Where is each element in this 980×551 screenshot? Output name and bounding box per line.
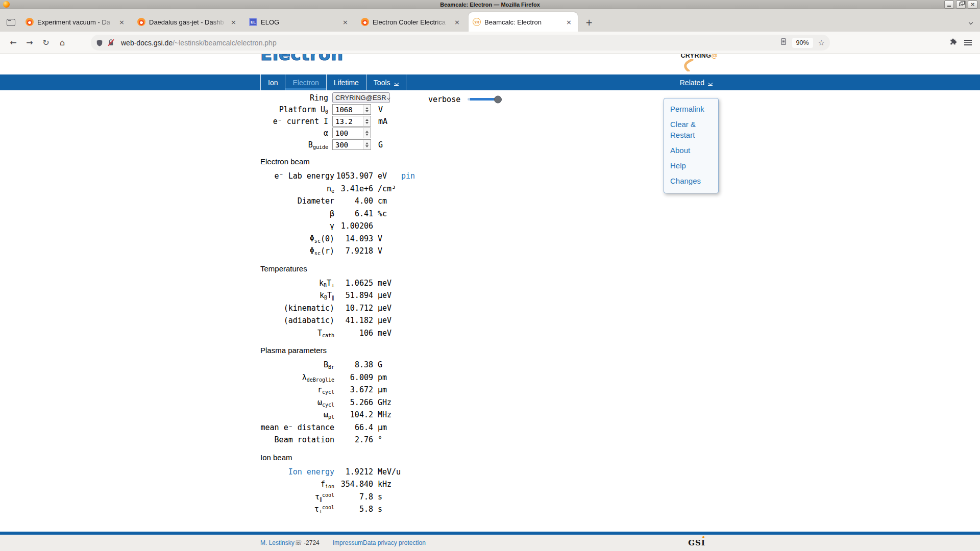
gsi-logo[interactable]: GSI [688, 538, 705, 547]
number-input[interactable] [332, 128, 371, 138]
home-button[interactable]: ⌂ [54, 35, 70, 51]
browser-tab[interactable]: Electron Cooler Electrica × [357, 12, 466, 32]
menu-item-help[interactable]: Help [670, 160, 712, 171]
form-field-label: α [260, 129, 328, 138]
forward-button[interactable]: → [21, 35, 38, 51]
number-input-value[interactable] [333, 117, 363, 126]
spinner-arrows[interactable] [363, 140, 371, 149]
row-unit: G [378, 360, 382, 369]
spin-down-icon [365, 110, 369, 112]
maximize-button[interactable] [956, 1, 966, 9]
row-unit: μeV [378, 316, 391, 325]
ring-select[interactable]: CRYRING@ESR [332, 92, 390, 103]
menu-item-permalink[interactable]: Permalink [670, 104, 712, 114]
row-value: 3.41e+6 [334, 184, 373, 193]
verbose-slider[interactable] [468, 98, 500, 101]
form-field-label: Platform U0 [260, 105, 328, 114]
data-row: λdeBroglie 6.009 pm [260, 371, 720, 384]
footer-author-link[interactable]: M. Lestinsky [260, 539, 295, 546]
nav-tab-ion[interactable]: Ion [260, 74, 285, 90]
reload-button[interactable]: ↻ [38, 35, 54, 51]
browser-tab[interactable]: Experiment vacuum - Da × [21, 12, 131, 32]
number-input-value[interactable] [333, 106, 363, 114]
menu-hamburger-icon[interactable] [964, 40, 972, 45]
minimize-icon [947, 6, 951, 7]
row-unit: μm [378, 423, 387, 432]
data-row: Ion energy 1.9212 MeV/u [260, 466, 720, 479]
nav-tab-electron[interactable]: Electron [285, 74, 326, 90]
footer-impressum-link[interactable]: Impressum [333, 539, 363, 546]
footer-privacy-link[interactable]: Data privacy protection [363, 539, 426, 546]
browser-tab[interactable]: EL ELOG × [245, 12, 354, 32]
row-value: 104.2 [334, 410, 373, 419]
nav-tab-lifetime[interactable]: Lifetime [327, 74, 366, 90]
row-label-link[interactable]: Ion energy [260, 467, 334, 477]
data-section: Temperatures kBT⊥ 1.0625 meV kBT∥ 51.894… [260, 264, 720, 340]
row-label: τ⊥cool [260, 505, 334, 514]
pin-link[interactable]: pin [401, 171, 415, 181]
menu-item-about[interactable]: About [670, 145, 712, 156]
insecure-lock-icon[interactable] [107, 39, 115, 46]
spinner-arrows[interactable] [363, 105, 371, 114]
number-input[interactable] [332, 139, 371, 150]
row-value: 41.182 [334, 316, 373, 325]
bookmark-star-icon[interactable]: ☆ [818, 38, 825, 47]
row-label: Diameter [260, 196, 334, 206]
row-label: mean e⁻ distance [260, 423, 334, 432]
number-input-value[interactable] [333, 141, 363, 149]
spin-down-icon [365, 122, 369, 124]
reader-mode-icon[interactable] [780, 38, 787, 47]
row-value: 10.712 [334, 304, 373, 313]
data-row: β 6.41 %c [260, 208, 720, 220]
number-input[interactable] [332, 104, 371, 115]
nav-tab-related[interactable]: Related [673, 74, 720, 90]
row-label: β [260, 209, 334, 218]
browser-tab[interactable]: YR Beamcalc: Electron × [469, 12, 578, 32]
data-row: BBr 8.38 G [260, 359, 720, 371]
tab-title: Experiment vacuum - Da [37, 18, 117, 26]
data-row: ne 3.41e+6 /cm³ [260, 183, 720, 195]
tracking-shield-icon[interactable] [96, 39, 103, 47]
number-input[interactable] [332, 116, 371, 127]
row-label: rcycl [260, 385, 334, 394]
chevron-down-icon [968, 20, 973, 24]
tab-close-button[interactable]: × [229, 18, 238, 27]
row-value: 6.009 [334, 373, 373, 382]
data-row: kBT∥ 51.894 μeV [260, 289, 720, 302]
menu-item-changes[interactable]: Changes [670, 176, 712, 186]
back-button[interactable]: ← [5, 35, 21, 51]
form-field-unit: mA [378, 117, 387, 126]
firefox-view-button[interactable] [3, 13, 18, 32]
spinner-arrows[interactable] [363, 116, 371, 126]
tab-close-button[interactable]: × [564, 18, 574, 27]
section-title: Ion beam [260, 453, 720, 462]
row-label: Beam rotation [260, 435, 334, 444]
tab-close-button[interactable]: × [117, 18, 127, 27]
row-unit: cm [378, 196, 387, 206]
menu-item-clear-restart[interactable]: Clear & Restart [670, 119, 712, 140]
url-bar[interactable]: web-docs.gsi.de/~lestinsk/beamcalc/elect… [91, 35, 830, 51]
close-button[interactable]: × [968, 1, 977, 9]
number-input-value[interactable] [333, 129, 363, 137]
nav-tab-tools[interactable]: Tools [366, 74, 406, 90]
browser-tab[interactable]: Daedalus gas-jet - Dashb × [133, 12, 242, 32]
extensions-icon[interactable] [949, 38, 957, 47]
row-label: Tcath [260, 329, 334, 338]
grafana-favicon [26, 18, 34, 26]
minimize-button[interactable] [944, 1, 954, 9]
data-row: ωpl 104.2 MHz [260, 409, 720, 421]
data-section: Ion beam Ion energy 1.9212 MeV/u fion 35… [260, 453, 720, 516]
data-section: Plasma parameters BBr 8.38 G λdeBroglie … [260, 346, 720, 446]
spinner-arrows[interactable] [363, 128, 371, 138]
firefox-window: Beamcalc: Electron — Mozilla Firefox × E… [0, 0, 980, 551]
tab-close-button[interactable]: × [452, 18, 462, 27]
tab-close-button[interactable]: × [340, 18, 350, 27]
new-tab-button[interactable]: + [580, 13, 598, 32]
row-label: λdeBroglie [260, 373, 334, 382]
zoom-level-button[interactable]: 90% [792, 38, 813, 48]
all-tabs-button[interactable] [968, 13, 973, 32]
slider-knob[interactable] [494, 95, 502, 103]
data-row: kBT⊥ 1.0625 meV [260, 277, 720, 290]
row-unit: pm [378, 373, 387, 382]
row-unit: μeV [378, 304, 391, 313]
